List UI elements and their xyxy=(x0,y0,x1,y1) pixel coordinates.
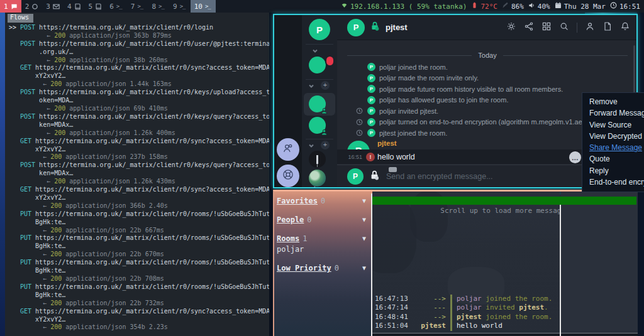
roomlist-section-rooms[interactable]: Rooms1▼poljar xyxy=(277,234,367,258)
flow-row[interactable]: PUT https://termina.org.uk/_matrix/clien… xyxy=(9,210,269,235)
plus-icon[interactable]: + xyxy=(321,141,330,149)
wallpaper-strip-left xyxy=(0,13,5,336)
menu-item-quote[interactable]: Quote xyxy=(589,153,644,165)
status-code: 200 xyxy=(54,178,65,185)
flow-method: PUT xyxy=(20,210,35,219)
section-header[interactable]: Favorites0 xyxy=(277,197,367,205)
mail-workspace-icon xyxy=(53,3,60,10)
line-message: poljar joined the room. xyxy=(457,295,552,304)
flow-row[interactable]: POST https://termina.org.uk/_matrix/clie… xyxy=(9,89,269,113)
flow-method: GET xyxy=(20,138,35,146)
flow-row[interactable]: >> POST https://termina.org.uk/_matrix/c… xyxy=(9,24,269,40)
section-header[interactable]: People0 xyxy=(277,215,367,224)
flow-selection-marker xyxy=(9,113,20,121)
plus-icon[interactable]: + xyxy=(321,81,330,90)
chevron-down-icon[interactable] xyxy=(312,48,318,55)
members-icon[interactable] xyxy=(585,21,595,34)
line-prefix: --- xyxy=(411,303,450,313)
divider xyxy=(306,44,333,45)
workspace-8[interactable]: 8>_ xyxy=(148,0,169,13)
workspace-4[interactable]: 4 xyxy=(64,0,85,13)
collapse-triangle-icon[interactable]: ▼ xyxy=(362,235,366,242)
chevron-down-icon[interactable] xyxy=(308,143,314,150)
roomlist-section-favorites[interactable]: Favorites0▼ xyxy=(277,197,367,210)
timeline-event[interactable]: Ppoljar joined the room. xyxy=(337,62,636,73)
menu-item-forward-message[interactable]: Forward Message xyxy=(589,107,644,119)
workspace-2[interactable]: 2 xyxy=(21,0,43,13)
room-header-avatar[interactable]: P xyxy=(347,19,365,36)
collapse-triangle-icon[interactable]: ▼ xyxy=(362,216,366,223)
menu-item-share-message[interactable]: Share Message xyxy=(589,142,644,153)
menu-item-view-decrypted-source[interactable]: View Decrypted Source xyxy=(589,131,644,142)
chevron-right-icon[interactable] xyxy=(312,185,318,188)
firefox-workspace-icon xyxy=(31,3,38,10)
section-count: 1 xyxy=(303,234,307,243)
flow-method: GET xyxy=(20,308,35,316)
scroll-notice: Scroll up to load more messages xyxy=(372,207,560,215)
room-entry[interactable]: poljar xyxy=(277,245,367,254)
bell-icon[interactable] xyxy=(620,21,630,34)
help-button[interactable] xyxy=(277,165,299,187)
settings-gear-icon[interactable] xyxy=(506,21,516,34)
room-avatar-earth[interactable] xyxy=(309,170,326,187)
message-input[interactable] xyxy=(386,172,609,181)
workspace-9[interactable]: 9>_ xyxy=(169,0,191,13)
roomlist-section-low-priority[interactable]: Low Priority0▼ xyxy=(277,264,367,277)
workspace-10[interactable]: 10>_ xyxy=(191,0,216,13)
chat-line: 16:48:41-->pjtest joined the room. xyxy=(375,313,558,322)
event-text: poljar turned on end-to-end encryption (… xyxy=(379,118,608,126)
workspace-6[interactable]: 6>_ xyxy=(106,0,127,13)
workspace-7[interactable]: 7>_ xyxy=(127,0,148,13)
more-options-button[interactable]: ... xyxy=(569,151,581,163)
panel-separator[interactable] xyxy=(371,193,372,336)
flow-row[interactable]: PUT https://termina.org.uk/_matrix/clien… xyxy=(9,259,269,283)
flow-row[interactable]: POST https://termina.org.uk/_matrix/clie… xyxy=(9,40,269,65)
workspace-5[interactable]: 5 xyxy=(85,0,106,13)
flow-response: ← 200 application/json 1.26k 400ms xyxy=(39,129,269,138)
menu-item-view-source[interactable]: View Source xyxy=(589,119,644,131)
flow-list: >> POST https://termina.org.uk/_matrix/c… xyxy=(5,23,269,332)
workspace-1[interactable]: 1 xyxy=(0,0,21,13)
menu-item-reply[interactable]: Reply xyxy=(589,165,644,176)
flow-method: PUT xyxy=(20,283,35,291)
flow-row[interactable]: POST https://termina.org.uk/_matrix/clie… xyxy=(9,113,269,138)
grid-icon[interactable] xyxy=(541,21,552,34)
flow-response: ← 200 application/json 237b 158ms xyxy=(35,153,269,161)
room-avatar-sword[interactable] xyxy=(309,151,326,168)
flows-tab[interactable]: Flows xyxy=(8,14,33,23)
share-icon[interactable] xyxy=(524,21,534,34)
flow-row[interactable]: PUT https://termina.org.uk/_matrix/clien… xyxy=(9,234,269,259)
flow-selection-marker xyxy=(9,186,20,194)
sword-image xyxy=(316,155,318,164)
section-header[interactable]: Rooms1 xyxy=(277,234,367,243)
flow-row[interactable]: PUT https://termina.org.uk/_matrix/clien… xyxy=(9,283,269,308)
status-text: 86% xyxy=(511,3,524,11)
flow-row[interactable]: POST https://termina.org.uk/_matrix/clie… xyxy=(9,161,269,186)
menu-item-remove[interactable]: Remove xyxy=(589,96,644,107)
sender-name[interactable]: pjtest xyxy=(377,139,397,147)
menu-item-end-to-end-encryption[interactable]: End-to-end encryption xyxy=(589,176,644,188)
flow-row[interactable]: GET https://termina.org.uk/_matrix/clien… xyxy=(9,186,269,210)
room-avatar-t[interactable] xyxy=(309,57,326,73)
panel-separator[interactable] xyxy=(560,197,561,336)
terminal-right-panel xyxy=(561,192,638,336)
collapse-triangle-icon[interactable]: ▼ xyxy=(362,264,366,271)
flow-method: POST xyxy=(20,24,39,32)
collapse-triangle-icon[interactable]: ▼ xyxy=(362,197,366,204)
status-wifi: 192.168.1.133 ( 59% tatanka) xyxy=(341,2,467,11)
workspace-list: 123456>_7>_8>_9>_10>_ xyxy=(0,0,216,13)
file-icon[interactable] xyxy=(602,21,613,34)
section-header[interactable]: Low Priority0 xyxy=(277,264,367,273)
workspace-3[interactable]: 3 xyxy=(42,0,64,13)
flow-row[interactable]: GET https://termina.org.uk/_matrix/clien… xyxy=(9,308,269,332)
search-icon[interactable] xyxy=(559,21,569,34)
roomlist-section-people[interactable]: People0▼ xyxy=(277,215,367,229)
chevron-down-icon[interactable] xyxy=(308,83,314,90)
status-code: 200 xyxy=(54,129,65,136)
timeline-event[interactable]: Ppoljar made the room invite only. xyxy=(337,73,636,84)
people-directory-button[interactable] xyxy=(277,138,299,161)
flow-row[interactable]: GET https://termina.org.uk/_matrix/clien… xyxy=(9,138,269,162)
terminal-chat-area[interactable]: Scroll up to load more messages 16:47:13… xyxy=(372,192,560,336)
flow-row[interactable]: GET https://termina.org.uk/_matrix/clien… xyxy=(9,64,269,89)
user-avatar[interactable]: P xyxy=(309,19,330,40)
